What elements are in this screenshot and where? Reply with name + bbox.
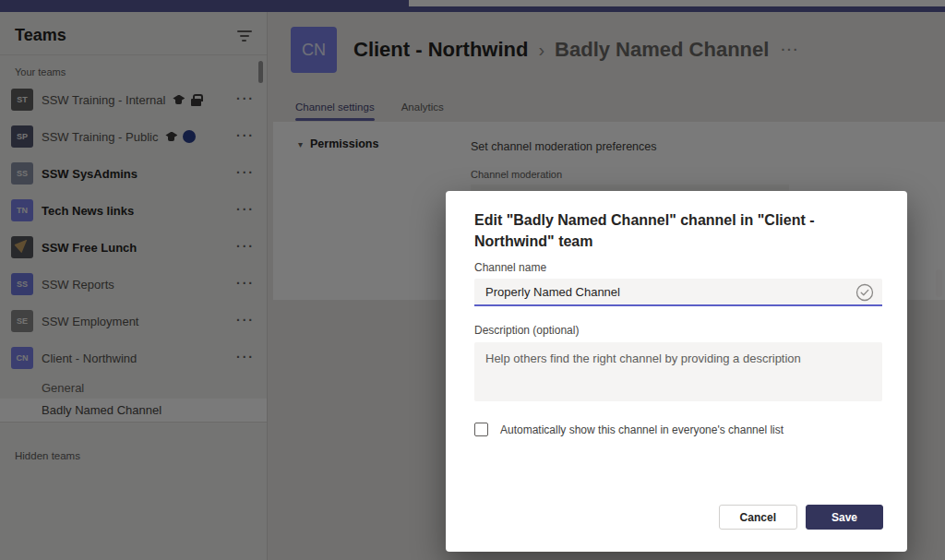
save-button[interactable]: Save [806,505,883,530]
channel-name-label: Channel name [474,261,882,274]
auto-show-checkbox-label[interactable]: Automatically show this channel in every… [500,423,784,436]
description-textarea[interactable] [474,342,882,401]
description-label: Description (optional) [474,324,882,337]
teams-app-window: Teams Your teams ST SSW Training - Inter… [0,0,945,560]
cancel-button[interactable]: Cancel [719,505,797,530]
check-circle-icon [855,283,874,302]
channel-name-input[interactable] [474,279,882,306]
edit-channel-dialog: Edit "Badly Named Channel" channel in "C… [446,191,907,552]
dialog-title: Edit "Badly Named Channel" channel in "C… [474,209,882,252]
auto-show-checkbox[interactable] [474,423,488,436]
